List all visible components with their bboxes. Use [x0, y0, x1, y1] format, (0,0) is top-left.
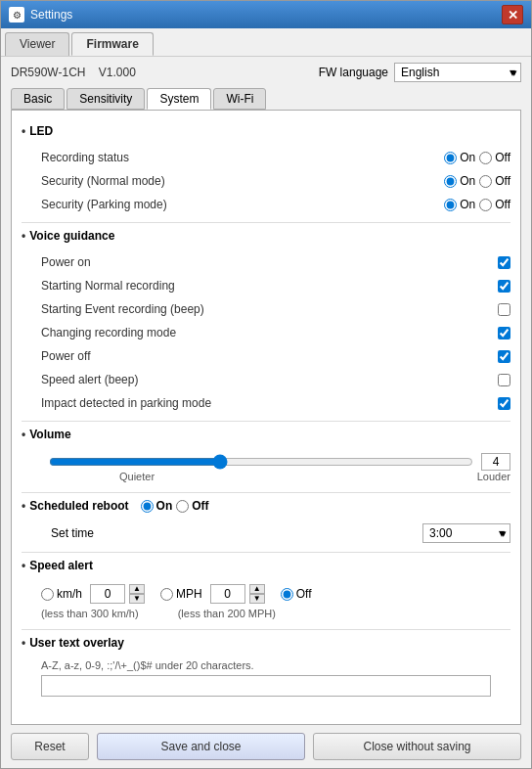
tab-wifi[interactable]: Wi-Fi	[213, 88, 266, 110]
top-tab-bar: Viewer Firmware	[1, 28, 531, 56]
power-on-row: Power on	[22, 250, 510, 274]
off-radio-label[interactable]: Off	[281, 587, 312, 601]
kmh-down-button[interactable]: ▼	[129, 594, 145, 604]
starting-normal-checkbox-label[interactable]	[498, 280, 510, 293]
tab-viewer[interactable]: Viewer	[5, 32, 69, 56]
security-parking-radio-group: On Off	[444, 198, 510, 211]
power-on-checkbox[interactable]	[498, 256, 510, 269]
scheduled-reboot-header-text: Scheduled reboot	[29, 499, 128, 513]
mph-radio-label[interactable]: MPH	[160, 587, 202, 601]
volume-section-header: • Volume	[22, 428, 510, 441]
power-off-label: Power off	[41, 349, 498, 363]
off-label: Off	[296, 587, 312, 601]
impact-detected-checkbox-label[interactable]	[498, 397, 510, 410]
kmh-radio-label[interactable]: km/h	[41, 587, 82, 601]
quieter-label: Quieter	[119, 471, 155, 482]
power-off-checkbox[interactable]	[498, 350, 510, 363]
save-button[interactable]: Save and close	[97, 733, 305, 760]
impact-detected-checkbox[interactable]	[498, 397, 510, 410]
starting-event-checkbox[interactable]	[498, 303, 510, 316]
starting-event-recording-label: Starting Event recording (beep)	[41, 302, 498, 316]
speed-alert-beep-row: Speed alert (beep)	[22, 368, 510, 391]
mph-up-button[interactable]: ▲	[249, 584, 265, 594]
set-time-select-wrapper[interactable]: 1:00 2:00 3:00 4:00 5:00 ▾	[422, 523, 510, 543]
set-time-select[interactable]: 1:00 2:00 3:00 4:00 5:00	[422, 523, 510, 543]
reset-button[interactable]: Reset	[11, 733, 89, 760]
mph-label: MPH	[176, 587, 202, 601]
power-on-label: Power on	[41, 255, 498, 269]
speed-alert-beep-checkbox[interactable]	[498, 374, 510, 386]
recording-status-radio-group: On Off	[444, 151, 510, 164]
window-title: Settings	[30, 8, 72, 22]
off-radio[interactable]	[281, 588, 293, 601]
louder-label: Louder	[477, 471, 510, 482]
bottom-bar: Reset Save and close Close without savin…	[1, 725, 531, 768]
user-text-desc: A-Z, a-z, 0-9, :;'/\+_()$# under 20 char…	[22, 657, 510, 675]
scheduled-reboot-section-header: • Scheduled reboot On Off	[22, 499, 510, 513]
changing-recording-checkbox[interactable]	[498, 327, 510, 339]
mph-input[interactable]	[210, 584, 245, 604]
changing-recording-checkbox-label[interactable]	[498, 327, 510, 339]
led-header-text: LED	[29, 124, 53, 138]
volume-value: 4	[481, 453, 510, 471]
firmware-version: V1.000	[99, 66, 136, 79]
security-normal-row: Security (Normal mode) On Off	[22, 169, 510, 193]
power-off-checkbox-label[interactable]	[498, 350, 510, 363]
recording-status-on-radio[interactable]: On	[444, 151, 475, 164]
reboot-on-radio[interactable]: On	[141, 499, 173, 513]
recording-status-row: Recording status On Off	[22, 146, 510, 169]
kmh-spinner: ▲ ▼	[129, 584, 145, 604]
security-normal-on-radio[interactable]: On	[444, 174, 475, 188]
speed-hints: (less than 300 km/h) (less than 200 MPH)	[22, 608, 510, 623]
security-normal-label: Security (Normal mode)	[41, 174, 444, 188]
starting-normal-recording-label: Starting Normal recording	[41, 279, 498, 293]
tab-firmware[interactable]: Firmware	[71, 32, 153, 56]
led-separator	[22, 222, 510, 223]
window-close-button[interactable]: ✕	[502, 5, 523, 24]
voice-guidance-section-header: • Voice guidance	[22, 229, 510, 243]
set-time-row: Set time 1:00 2:00 3:00 4:00 5:00 ▾	[22, 520, 510, 546]
content-area: • LED Recording status On Off Security (…	[11, 110, 521, 725]
impact-detected-label: Impact detected in parking mode	[41, 396, 498, 410]
tab-basic[interactable]: Basic	[11, 88, 65, 110]
close-button[interactable]: Close without saving	[313, 733, 521, 760]
security-parking-on-radio[interactable]: On	[444, 198, 475, 211]
tab-sensitivity[interactable]: Sensitivity	[66, 88, 145, 110]
kmh-label: km/h	[57, 587, 82, 601]
recording-status-off-radio[interactable]: Off	[479, 151, 510, 164]
mph-radio[interactable]	[160, 588, 173, 601]
fw-language-select[interactable]: English Korean Chinese Japanese French G…	[394, 63, 521, 82]
security-normal-off-radio[interactable]: Off	[479, 174, 510, 188]
starting-event-recording-row: Starting Event recording (beep)	[22, 297, 510, 321]
kmh-input[interactable]	[90, 584, 125, 604]
security-normal-radio-group: On Off	[444, 174, 510, 188]
starting-event-checkbox-label[interactable]	[498, 303, 510, 316]
set-time-label: Set time	[51, 526, 422, 540]
user-text-input[interactable]	[41, 675, 491, 697]
speed-alert-beep-label: Speed alert (beep)	[41, 373, 498, 386]
volume-separator	[22, 492, 510, 493]
title-bar-left: ⚙ Settings	[9, 7, 72, 23]
changing-recording-mode-row: Changing recording mode	[22, 321, 510, 344]
starting-normal-checkbox[interactable]	[498, 280, 510, 293]
speed-alert-header-text: Speed alert	[29, 559, 93, 572]
led-section-header: • LED	[22, 124, 510, 138]
fw-language-select-wrapper[interactable]: English Korean Chinese Japanese French G…	[394, 63, 521, 82]
kmh-radio[interactable]	[41, 588, 54, 601]
power-on-checkbox-label[interactable]	[498, 256, 510, 269]
security-parking-label: Security (Parking mode)	[41, 198, 444, 211]
mph-hint: (less than 200 MPH)	[178, 608, 276, 619]
sub-tab-bar: Basic Sensitivity System Wi-Fi	[1, 88, 531, 110]
mph-down-button[interactable]: ▼	[249, 594, 265, 604]
speed-alert-beep-checkbox-label[interactable]	[498, 374, 510, 386]
volume-row: 4	[22, 449, 510, 471]
volume-slider[interactable]	[49, 454, 473, 470]
tab-system[interactable]: System	[147, 88, 211, 110]
mph-input-group: ▲ ▼	[210, 584, 265, 604]
kmh-up-button[interactable]: ▲	[129, 584, 145, 594]
reboot-separator	[22, 552, 510, 553]
power-off-row: Power off	[22, 344, 510, 368]
impact-detected-row: Impact detected in parking mode	[22, 391, 510, 415]
reboot-off-radio[interactable]: Off	[176, 499, 208, 513]
security-parking-off-radio[interactable]: Off	[479, 198, 510, 211]
